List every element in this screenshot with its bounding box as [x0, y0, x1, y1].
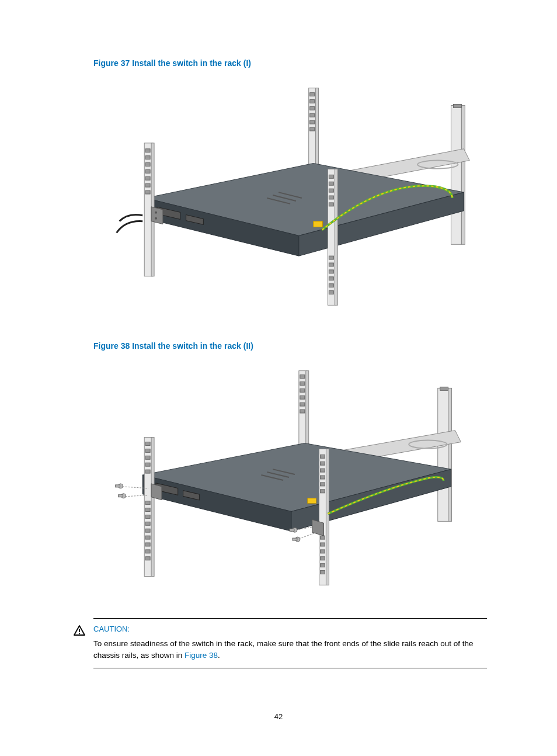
caution-label: CAUTION: [93, 625, 487, 633]
figure-38-image [93, 355, 487, 601]
svg-rect-99 [290, 529, 294, 531]
svg-rect-5 [310, 93, 315, 96]
svg-rect-101 [293, 538, 297, 540]
figure-38-caption: Figure 38 Install the switch in the rack… [93, 341, 487, 351]
svg-rect-52 [300, 410, 305, 413]
svg-rect-22 [145, 163, 150, 167]
svg-rect-32 [329, 182, 333, 185]
svg-rect-38 [329, 270, 333, 273]
svg-rect-0 [451, 105, 462, 244]
svg-rect-36 [329, 256, 333, 259]
svg-rect-24 [145, 176, 150, 180]
svg-rect-10 [310, 127, 315, 131]
svg-rect-91 [321, 543, 325, 546]
svg-rect-59 [308, 498, 316, 504]
svg-rect-63 [145, 449, 150, 452]
svg-rect-74 [145, 550, 150, 553]
svg-rect-41 [329, 291, 333, 294]
svg-rect-70 [145, 522, 150, 525]
svg-point-28 [155, 217, 157, 220]
svg-rect-6 [310, 100, 315, 103]
svg-rect-84 [321, 455, 325, 458]
svg-rect-93 [321, 557, 325, 560]
svg-rect-94 [321, 564, 325, 567]
caution-text-after: . [218, 651, 220, 660]
svg-rect-7 [310, 106, 315, 110]
figure-37-caption: Figure 37 Install the switch in the rack… [93, 58, 487, 68]
svg-rect-8 [310, 113, 315, 117]
caution-icon [73, 625, 86, 639]
svg-rect-44 [440, 387, 448, 390]
svg-rect-40 [329, 284, 333, 287]
svg-rect-33 [329, 189, 333, 192]
svg-rect-73 [145, 543, 150, 546]
svg-rect-81 [119, 495, 123, 497]
svg-rect-88 [321, 483, 325, 486]
svg-rect-9 [310, 120, 315, 124]
figure-38-link[interactable]: Figure 38 [184, 651, 218, 660]
svg-rect-39 [329, 277, 333, 280]
svg-rect-75 [145, 557, 150, 560]
svg-rect-47 [300, 375, 305, 379]
svg-rect-90 [321, 536, 325, 539]
svg-rect-67 [145, 501, 150, 505]
svg-rect-66 [145, 470, 150, 473]
svg-rect-69 [145, 515, 150, 518]
svg-rect-95 [321, 571, 325, 574]
svg-rect-51 [300, 403, 305, 406]
svg-rect-31 [329, 175, 333, 178]
caution-block: CAUTION: To ensure steadiness of the swi… [93, 618, 487, 668]
caution-text-before: To ensure steadiness of the switch in th… [93, 639, 474, 660]
svg-rect-71 [145, 529, 150, 532]
svg-rect-68 [145, 508, 150, 512]
svg-rect-43 [448, 388, 452, 521]
svg-rect-65 [145, 463, 150, 466]
figure-37-image [93, 72, 487, 324]
svg-rect-85 [321, 462, 325, 465]
caution-text: To ensure steadiness of the switch in th… [93, 638, 487, 662]
svg-rect-89 [321, 490, 325, 493]
svg-rect-30 [335, 169, 337, 305]
svg-rect-50 [300, 396, 305, 399]
svg-rect-42 [438, 388, 448, 521]
svg-rect-72 [145, 536, 150, 539]
svg-rect-17 [314, 221, 323, 227]
svg-rect-49 [300, 389, 305, 392]
svg-rect-86 [321, 469, 325, 472]
svg-point-103 [79, 633, 80, 634]
svg-rect-64 [145, 456, 150, 459]
svg-rect-87 [321, 476, 325, 479]
svg-rect-37 [329, 263, 333, 266]
svg-rect-20 [145, 149, 150, 152]
svg-rect-61 [151, 438, 154, 577]
page-number: 42 [0, 712, 557, 721]
svg-rect-21 [145, 156, 150, 159]
svg-rect-48 [300, 382, 305, 385]
svg-rect-83 [326, 449, 329, 585]
svg-rect-26 [145, 190, 150, 194]
svg-rect-1 [461, 105, 465, 244]
svg-rect-62 [145, 442, 150, 446]
svg-rect-34 [329, 196, 333, 199]
svg-rect-92 [321, 550, 325, 553]
svg-rect-35 [329, 203, 333, 206]
svg-rect-79 [116, 485, 120, 487]
svg-rect-2 [454, 104, 462, 107]
svg-rect-23 [145, 169, 150, 173]
svg-rect-25 [145, 183, 150, 187]
svg-point-27 [155, 211, 157, 214]
